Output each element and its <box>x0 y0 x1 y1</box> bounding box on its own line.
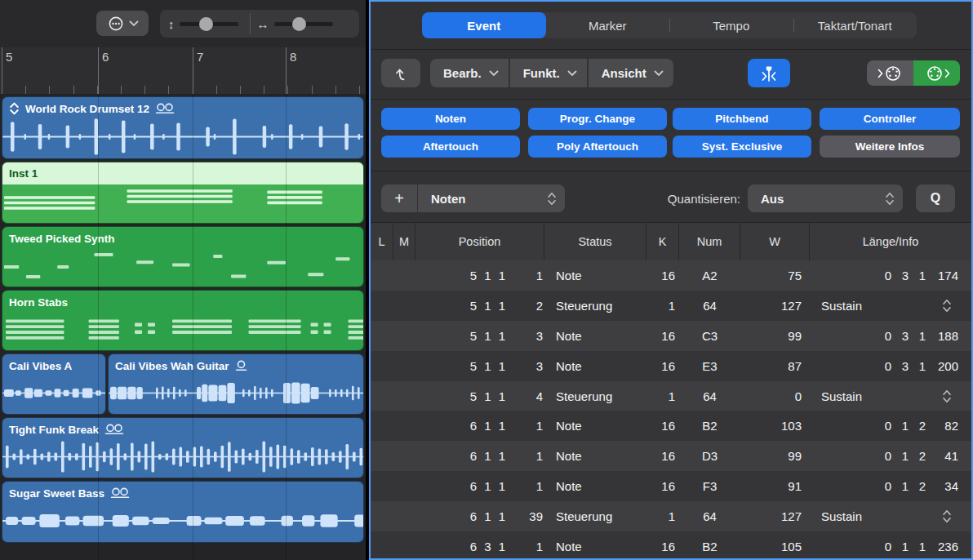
event-row[interactable]: 5 1 11Note16A275031174 <box>371 260 971 291</box>
event-status: Note <box>544 479 646 493</box>
loop-badge-icon <box>155 103 175 114</box>
horizontal-zoom-thumb[interactable] <box>292 17 306 31</box>
event-row[interactable]: 6 1 139Steuerung164127Sustain <box>371 501 971 531</box>
menu-label: Ansicht <box>602 66 646 80</box>
bar-ruler[interactable]: 5678 <box>0 47 366 95</box>
event-row[interactable]: 6 1 11Note16F39101234 <box>371 471 971 501</box>
divider <box>250 13 251 34</box>
event-number: B2 <box>679 419 740 433</box>
midi-activity <box>867 60 960 86</box>
vertical-zoom-slider[interactable] <box>180 22 238 26</box>
menu-ansicht[interactable]: Ansicht <box>589 59 673 87</box>
quantize-popup[interactable]: Aus <box>748 184 903 212</box>
catch-playhead-button[interactable] <box>748 59 790 87</box>
stepper-icon[interactable] <box>942 509 952 523</box>
length-group: 3 <box>891 269 909 282</box>
event-row[interactable]: 5 1 14Steuerung1640Sustain <box>371 381 971 411</box>
event-status: Note <box>544 540 646 553</box>
up-level-button[interactable] <box>381 59 420 87</box>
event-row[interactable]: 5 1 13Note16E387031200 <box>371 351 971 381</box>
event-position: 6 1 1 <box>415 509 505 523</box>
tracks-lanes: World Rock Drumset 12Inst 1Tweed Picked … <box>0 94 366 560</box>
bar-gridline <box>98 94 99 560</box>
event-number: F3 <box>679 479 740 493</box>
event-type-popup[interactable]: Noten <box>418 184 565 212</box>
event-subposition: 1 <box>505 449 544 463</box>
zoom-controls: ↕ ↔ <box>160 10 359 38</box>
filter-progr-change[interactable]: Progr. Change <box>528 108 667 130</box>
midi-in-indicator[interactable] <box>867 60 913 86</box>
region-tight-funk-break[interactable]: Tight Funk Break <box>2 417 364 478</box>
filter-syst-exclusive[interactable]: Syst. Exclusive <box>673 136 811 158</box>
event-position: 5 1 1 <box>415 329 505 343</box>
separator <box>371 171 971 171</box>
event-value: 99 <box>740 449 810 463</box>
event-row[interactable]: 6 1 11Note16D39901241 <box>371 441 971 471</box>
filter-poly-aftertouch[interactable]: Poly Aftertouch <box>528 136 667 158</box>
length-group: 2 <box>909 449 926 463</box>
region-sugar-sweet-bass[interactable]: Sugar Sweet Bass <box>2 481 364 543</box>
event-subposition: 1 <box>505 419 544 433</box>
filter-weitere-infos[interactable]: Weitere Infos <box>820 136 960 158</box>
event-number: D3 <box>679 449 740 463</box>
region-name: Tight Funk Break <box>9 424 99 436</box>
bar-number: 6 <box>98 50 109 64</box>
track-area: ↕ ↔ 5678 World Rock Drumset 12Inst 1Twee… <box>0 0 366 560</box>
event-subposition: 4 <box>505 389 544 403</box>
column-header-k: K <box>646 223 679 260</box>
region-cali-vibes-wah-guitar[interactable]: Cali Vibes Wah Guitar <box>108 353 364 415</box>
add-event-button[interactable]: + <box>381 184 417 212</box>
event-subposition: 1 <box>505 269 544 282</box>
region-horn-stabs[interactable]: Horn Stabs <box>2 290 364 351</box>
track-area-toolbar: ↕ ↔ <box>0 0 366 48</box>
loop-badge-icon <box>104 424 124 435</box>
bar-number: 5 <box>2 50 12 64</box>
event-number: B2 <box>679 540 740 553</box>
loop-badge-icon <box>110 487 130 499</box>
midi-out-indicator[interactable] <box>913 60 960 86</box>
tab-event[interactable]: Event <box>422 12 546 38</box>
bar-gridline <box>193 94 193 560</box>
region-world-rock-drumset-12[interactable]: World Rock Drumset 12 <box>2 96 364 159</box>
filter-noten[interactable]: Noten <box>381 108 520 130</box>
filter-controller[interactable]: Controller <box>820 108 960 130</box>
quantize-apply-button[interactable]: Q <box>916 184 955 212</box>
tab-taktart-tonart[interactable]: Taktart/Tonart <box>793 12 917 38</box>
event-row[interactable]: 5 1 12Steuerung164127Sustain <box>371 291 971 321</box>
menu-bearb[interactable]: Bearb. <box>430 59 509 87</box>
editor-tabs: EventMarkerTempoTaktart/Tonart <box>422 12 917 38</box>
region-waveform <box>2 310 363 349</box>
vertical-zoom-thumb[interactable] <box>199 17 213 31</box>
tab-marker[interactable]: Marker <box>546 12 670 38</box>
length-group: 0 <box>875 479 891 493</box>
event-row[interactable]: 6 1 11Note16B210301282 <box>371 411 971 441</box>
event-channel: 1 <box>646 389 679 403</box>
region-name: Tweed Picked Synth <box>9 233 115 245</box>
event-list-panel: EventMarkerTempoTaktart/Tonart Bearb.Fun… <box>369 0 973 560</box>
region-waveform <box>2 117 363 157</box>
options-ellipsis-icon <box>107 15 125 33</box>
menu-funkt[interactable]: Funkt. <box>510 59 587 87</box>
filter-aftertouch[interactable]: Aftertouch <box>381 136 520 158</box>
event-channel: 16 <box>646 269 679 282</box>
region-tweed-picked-synth[interactable]: Tweed Picked Synth <box>2 226 364 287</box>
event-subposition: 39 <box>505 509 544 523</box>
length-group: 1 <box>909 359 926 373</box>
event-status: Steuerung <box>544 389 646 403</box>
tab-tempo[interactable]: Tempo <box>669 12 793 38</box>
event-row[interactable]: 5 1 13Note16C399031188 <box>371 321 971 351</box>
stepper-icon[interactable] <box>942 299 952 313</box>
region-options-button[interactable] <box>96 11 149 36</box>
column-header-m: M <box>393 223 415 260</box>
horizontal-zoom-icon: ↔ <box>257 18 269 30</box>
quantize-value: Aus <box>761 192 784 206</box>
region-inst-1[interactable]: Inst 1 <box>2 162 364 224</box>
event-row[interactable]: 6 3 11Note16B2105011236 <box>371 531 971 558</box>
region-cali-vibes-a[interactable]: Cali Vibes A <box>2 353 106 415</box>
filter-pitchbend[interactable]: Pitchbend <box>673 108 811 130</box>
region-waveform <box>2 438 363 476</box>
stepper-icon[interactable] <box>942 389 952 403</box>
event-length-info: 031174 <box>810 269 971 282</box>
horizontal-zoom-slider[interactable] <box>274 22 333 26</box>
bar-gridline <box>286 94 287 560</box>
